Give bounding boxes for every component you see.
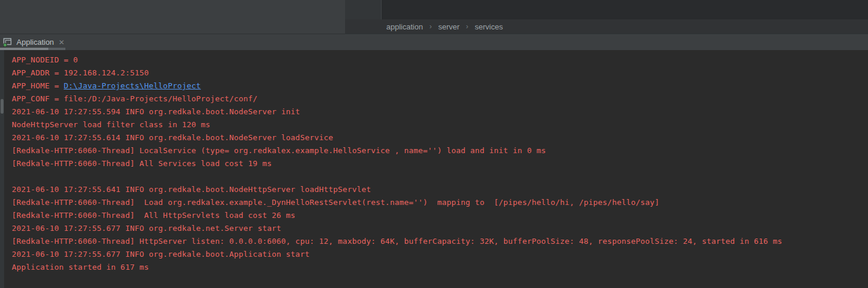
close-icon[interactable]: ✕ [59, 39, 65, 46]
log-line: APP_NODEID = 0 [12, 54, 782, 67]
breadcrumb-item-application[interactable]: application [385, 22, 424, 31]
log-line: 2021-06-10 17:27:55.641 INFO org.redkale… [12, 183, 782, 196]
editor-stub-panel [345, 0, 381, 19]
ide-run-tool-window: application›server›services Application … [0, 0, 868, 288]
tab-application-label: Application [16, 38, 54, 47]
breadcrumb-separator-icon: › [429, 22, 432, 31]
log-line: [Redkale-HTTP:6060-Thread] HttpServer li… [12, 235, 782, 248]
breadcrumb-separator-icon: › [466, 22, 468, 31]
breadcrumb: application›server›services [345, 19, 868, 34]
log-line: [Redkale-HTTP:6060-Thread] All Services … [12, 157, 782, 170]
log-line: APP_ADDR = 192.168.124.2:5150 [12, 67, 782, 80]
log-line: 2021-06-10 17:27:55.677 INFO org.redkale… [12, 222, 782, 235]
log-line [12, 170, 782, 183]
run-tab-bar: Application ✕ [0, 34, 868, 50]
log-line: 2021-06-10 17:27:55.594 INFO org.redkale… [12, 105, 782, 118]
breadcrumb-item-services[interactable]: services [473, 22, 504, 31]
tool-window-panel [0, 0, 345, 34]
log-line: [Redkale-HTTP:6060-Thread] Load org.redk… [12, 196, 782, 209]
log-line: [Redkale-HTTP:6060-Thread] LocalService … [12, 144, 782, 157]
log-line: [Redkale-HTTP:6060-Thread] All HttpServl… [12, 209, 782, 222]
log-line: APP_CONF = file:/D:/Java-Projects/HelloP… [12, 92, 782, 105]
editor-divider [381, 0, 382, 19]
console-log: APP_NODEID = 0APP_ADDR = 192.168.124.2:5… [4, 50, 782, 288]
log-line: 2021-06-10 17:27:55.677 INFO org.redkale… [12, 248, 782, 261]
top-row: application›server›services [0, 0, 868, 34]
breadcrumb-item-server[interactable]: server [437, 22, 460, 31]
editor-area: application›server›services [345, 0, 868, 34]
run-console-icon [3, 37, 13, 47]
log-text: APP_HOME = [12, 81, 64, 90]
log-line: APP_HOME = D:\Java-Projects\HelloProject [12, 80, 782, 92]
editor-strip [345, 0, 868, 19]
scrollbar-thumb[interactable] [1, 99, 4, 114]
log-line: 2021-06-10 17:27:55.614 INFO org.redkale… [12, 131, 782, 144]
app-home-link[interactable]: D:\Java-Projects\HelloProject [64, 81, 201, 90]
log-line: NodeHttpServer load filter class in 120 … [12, 118, 782, 131]
log-line: Application started in 617 ms [12, 261, 782, 274]
console-panel: APP_NODEID = 0APP_ADDR = 192.168.124.2:5… [0, 50, 868, 288]
console-gutter [0, 50, 4, 288]
